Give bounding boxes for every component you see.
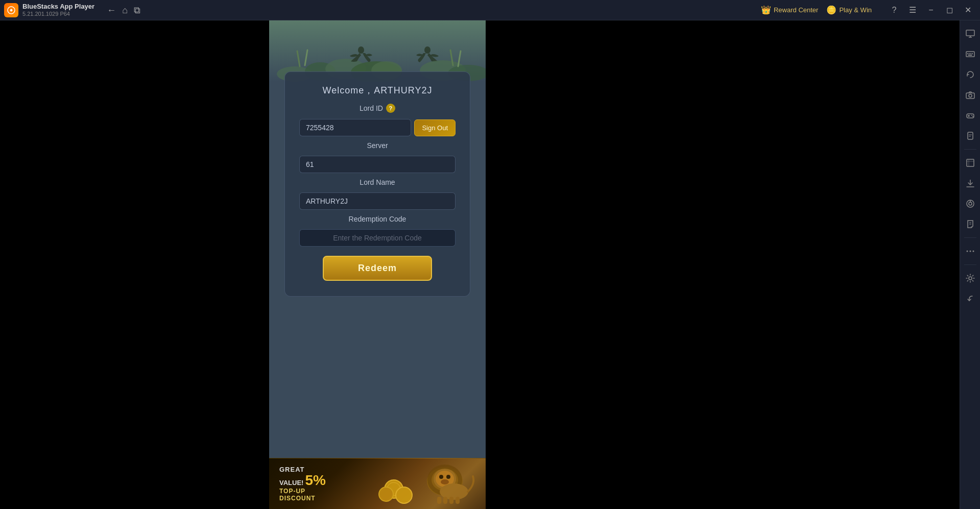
sidebar-camera-icon[interactable] (961, 86, 979, 104)
svg-rect-27 (443, 497, 447, 504)
banner-percent: 5% (305, 473, 325, 488)
banner-discount: DISCOUNT (279, 495, 326, 502)
svg-line-11 (305, 50, 307, 65)
server-label: Server (299, 141, 456, 150)
coin-icon: 🪙 (826, 5, 836, 15)
server-input[interactable] (299, 156, 456, 173)
nav-controls: ← ⌂ ⧉ (107, 6, 140, 15)
app-version: 5.21.201.1029 P64 (22, 11, 94, 17)
home-nav-button[interactable]: ⌂ (122, 6, 128, 15)
svg-rect-34 (967, 53, 968, 54)
reward-center-label: Reward Center (774, 6, 818, 14)
close-button[interactable]: ✕ (960, 3, 976, 17)
redemption-code-input[interactable] (299, 229, 456, 247)
svg-rect-37 (972, 53, 973, 54)
app-name: BlueStacks App Player (22, 3, 94, 11)
svg-rect-35 (969, 53, 970, 54)
sidebar-apk-icon[interactable] (961, 127, 979, 145)
redemption-code-label: Redemption Code (299, 215, 456, 223)
title-bar-left: BlueStacks App Player 5.21.201.1029 P64 … (4, 3, 761, 17)
sidebar-keyboard-icon[interactable] (961, 45, 979, 63)
minimize-button[interactable]: − (923, 3, 939, 17)
svg-point-7 (424, 46, 431, 54)
svg-rect-26 (437, 497, 441, 504)
svg-point-62 (969, 277, 972, 280)
sidebar-script-icon[interactable] (961, 215, 979, 233)
lord-name-label: Lord Name (299, 178, 456, 186)
svg-rect-39 (966, 93, 974, 99)
svg-point-22 (439, 475, 443, 479)
svg-point-44 (971, 115, 972, 116)
title-bar: BlueStacks App Player 5.21.201.1029 P64 … (0, 0, 980, 20)
svg-rect-49 (967, 159, 974, 166)
svg-point-55 (969, 202, 972, 205)
menu-button[interactable]: ☰ (904, 3, 921, 17)
banner-text: GREAT VALUE! 5% TOP-UP DISCOUNT (279, 466, 326, 502)
svg-point-60 (969, 251, 971, 252)
maximize-button[interactable]: ◻ (941, 3, 958, 17)
lord-id-help-icon[interactable]: ? (386, 104, 395, 113)
dialog-card: Welcome，ARTHURY2J Lord ID ? Sign Out Ser… (284, 71, 470, 297)
sidebar-resize-icon[interactable] (961, 154, 979, 172)
redeem-button[interactable]: Redeem (323, 256, 432, 281)
svg-point-24 (441, 479, 449, 484)
svg-point-23 (446, 475, 450, 479)
main-area: Welcome，ARTHURY2J Lord ID ? Sign Out Ser… (0, 20, 980, 509)
help-button[interactable]: ? (886, 3, 902, 17)
app-logo (4, 3, 18, 17)
svg-rect-30 (966, 30, 974, 36)
crown-icon: 👑 (761, 5, 771, 15)
play-win-button[interactable]: 🪙 Play & Win (826, 5, 872, 15)
sidebar-back-icon[interactable] (961, 289, 979, 308)
right-sidebar (960, 20, 980, 509)
window-controls: ? ☰ − ◻ ✕ (886, 3, 976, 17)
sidebar-divider-2 (964, 237, 976, 238)
svg-line-10 (297, 51, 300, 66)
svg-rect-36 (970, 53, 971, 54)
banner-area[interactable]: GREAT VALUE! 5% TOP-UP DISCOUNT (269, 458, 486, 509)
sidebar-rotate-icon[interactable] (961, 65, 979, 84)
banner-topup: TOP-UP (279, 488, 326, 495)
sidebar-settings-icon[interactable] (961, 269, 979, 287)
svg-point-17 (396, 487, 412, 503)
banner-lion-decoration (378, 458, 481, 509)
sidebar-more-icon[interactable] (961, 242, 979, 260)
lord-name-input[interactable] (299, 192, 456, 210)
svg-point-16 (379, 487, 393, 501)
svg-point-45 (972, 116, 973, 117)
svg-rect-33 (966, 52, 974, 57)
banner-value-label: VALUE! (279, 479, 303, 487)
svg-rect-46 (968, 132, 973, 139)
title-bar-right: 👑 Reward Center 🪙 Play & Win ? ☰ − ◻ ✕ (761, 3, 976, 17)
svg-rect-29 (456, 497, 460, 504)
svg-rect-28 (449, 497, 453, 504)
center-game-area: Welcome，ARTHURY2J Lord ID ? Sign Out Ser… (269, 20, 486, 509)
lord-id-label: Lord ID ? (299, 104, 456, 113)
svg-point-61 (972, 251, 974, 252)
left-area (0, 20, 269, 509)
sidebar-download-icon[interactable] (961, 174, 979, 192)
sign-out-button[interactable]: Sign Out (414, 119, 456, 136)
lord-id-input[interactable] (299, 119, 411, 136)
sidebar-screen-icon[interactable] (961, 25, 979, 43)
sidebar-divider-1 (964, 149, 976, 150)
lord-id-row: Sign Out (299, 119, 456, 136)
sidebar-macro-icon[interactable] (961, 195, 979, 213)
sidebar-divider-3 (964, 264, 976, 265)
right-area (486, 20, 960, 509)
sidebar-gamepad-icon[interactable] (961, 106, 979, 125)
svg-point-59 (966, 251, 968, 252)
multi-nav-button[interactable]: ⧉ (134, 6, 140, 15)
reward-center-button[interactable]: 👑 Reward Center (761, 5, 818, 15)
svg-rect-38 (968, 55, 972, 56)
svg-point-40 (969, 94, 972, 98)
svg-point-4 (358, 46, 364, 54)
dialog-title: Welcome，ARTHURY2J (299, 84, 456, 96)
back-nav-button[interactable]: ← (107, 6, 116, 15)
play-win-label: Play & Win (839, 6, 872, 14)
